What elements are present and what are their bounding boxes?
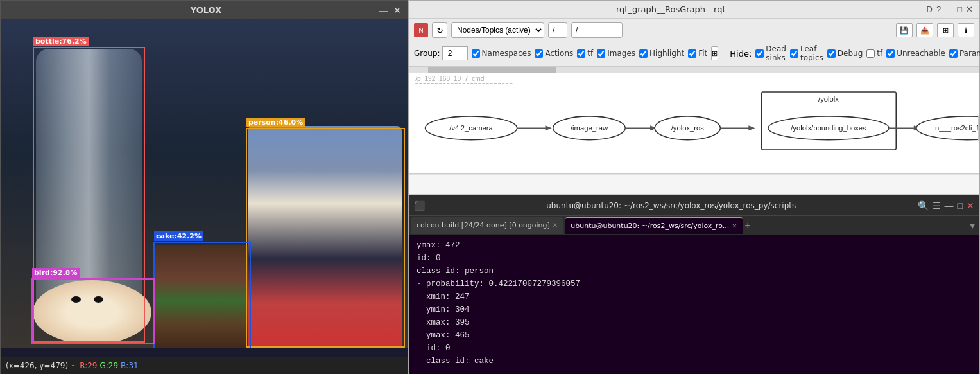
yolox-close-btn[interactable]: ✕ xyxy=(393,5,401,15)
svg-text:/v4l2_camera: /v4l2_camera xyxy=(449,124,493,132)
svg-marker-19 xyxy=(914,125,920,130)
svg-text:/yololx/bounding_boxes: /yololx/bounding_boxes xyxy=(791,124,866,132)
terminal-content: ymax: 472 id: 0 class_id: person - proba… xyxy=(409,235,979,373)
svg-text:/image_raw: /image_raw xyxy=(571,124,608,132)
rqt-title: rqt_graph__RosGraph - rqt xyxy=(415,4,927,14)
terminal-min-btn[interactable]: — xyxy=(945,200,954,211)
debug-checkbox[interactable] xyxy=(827,49,836,58)
yolox-minimize-btn[interactable]: — xyxy=(379,5,388,15)
screenshot-btn[interactable]: ⊞ xyxy=(937,23,954,37)
terminal-restore-btn[interactable]: □ xyxy=(958,200,963,211)
namespaces-checkbox[interactable] xyxy=(472,49,480,58)
images-checkbox-label[interactable]: Images xyxy=(597,49,635,58)
svg-text:/yolox_ros: /yolox_ros xyxy=(671,124,705,132)
actions-checkbox[interactable] xyxy=(535,49,543,58)
images-checkbox[interactable] xyxy=(597,49,605,58)
svg-text:n___ros2cli_128885: n___ros2cli_128885 xyxy=(935,124,979,132)
b-value: 31 xyxy=(128,361,138,370)
hide-label: Hide: xyxy=(730,49,752,58)
leaf-topics-label[interactable]: Leaf topics xyxy=(790,44,823,62)
terminal-dropdown-btn[interactable]: ▼ xyxy=(968,220,977,231)
group-spinner[interactable] xyxy=(442,46,468,60)
terminal-menu-btn[interactable]: ☰ xyxy=(933,200,941,211)
dead-sinks-checkbox[interactable] xyxy=(755,49,764,58)
info-btn[interactable]: ℹ xyxy=(958,23,974,37)
terminal-search-btn[interactable]: 🔍 xyxy=(918,200,929,211)
terminal-tab-build-close[interactable]: ✕ xyxy=(553,222,558,229)
bbox-cake: cake:42.2% xyxy=(153,242,251,348)
unreachable-checkbox[interactable] xyxy=(886,49,895,58)
terminal-close-btn[interactable]: ✕ xyxy=(967,200,974,211)
canvas-scrollbar-thumb[interactable] xyxy=(428,67,556,73)
rqt-titlebar: rqt_graph__RosGraph - rqt D ? — □ ✕ xyxy=(409,1,979,19)
terminal-tab-build[interactable]: colcon build [24/24 done] [0 ongoing] ✕ xyxy=(411,217,563,234)
rqt-close-btn[interactable]: ✕ xyxy=(966,4,973,14)
fit-checkbox[interactable] xyxy=(688,49,696,58)
yolox-window: YOLOX — ✕ bottle:76.2% pe xyxy=(0,0,408,374)
actions-checkbox-label[interactable]: Actions xyxy=(535,49,573,58)
namespaces-checkbox-label[interactable]: Namespaces xyxy=(472,49,531,58)
node-graph-panel: N ↻ Nodes/Topics (active) 💾 📤 ⊞ ℹ Group: xyxy=(409,19,979,195)
rqt-min-btn[interactable]: — xyxy=(945,4,953,14)
highlight-checkbox[interactable] xyxy=(639,49,648,58)
svg-point-16 xyxy=(768,116,889,140)
svg-point-20 xyxy=(916,116,979,140)
fit-checkbox-label[interactable]: Fit xyxy=(688,49,707,58)
tf-hide-label[interactable]: tf xyxy=(866,49,882,58)
rqt-restore-btn[interactable]: □ xyxy=(957,4,962,14)
export-btn[interactable]: 📤 xyxy=(916,23,933,37)
rqt-d-btn[interactable]: D xyxy=(927,4,933,14)
bbox-bottle-label: bottle:76.2% xyxy=(33,37,89,46)
term-line-4: - probability: 0.42217007279396057 xyxy=(417,278,972,290)
terminal-panel: ⬛ ubuntu@ubuntu20: ~/ros2_ws/src/yolox_r… xyxy=(409,195,979,374)
save-btn[interactable]: 💾 xyxy=(896,23,913,37)
terminal-add-tab-btn[interactable]: + xyxy=(745,220,751,231)
svg-point-10 xyxy=(655,116,720,140)
fit-icon-btn[interactable]: ⊞ xyxy=(711,46,718,60)
leaf-topics-checkbox[interactable] xyxy=(790,49,798,58)
term-line-11: -- xyxy=(417,368,972,373)
node-graph-canvas[interactable]: /p_192_168_10_7_cmd /v4l2_camera /image_… xyxy=(409,67,979,173)
params-checkbox[interactable] xyxy=(949,49,958,58)
svg-rect-14 xyxy=(762,92,896,150)
term-line-9: id: 0 xyxy=(417,342,972,355)
refresh-btn[interactable]: ↻ xyxy=(432,22,447,38)
rqt-window: rqt_graph__RosGraph - rqt D ? — □ ✕ N ↻ … xyxy=(408,0,980,374)
group-control: Group: xyxy=(414,46,468,60)
panel-resize-handle[interactable] xyxy=(409,173,979,175)
filter-input[interactable] xyxy=(571,22,623,38)
term-line-5: xmin: 247 xyxy=(417,290,972,303)
unreachable-label[interactable]: Unreachable xyxy=(886,49,945,58)
b-label: B: xyxy=(121,361,128,370)
bbox-bird-label: bird:92.8% xyxy=(32,268,80,278)
tf-checkbox[interactable] xyxy=(577,49,585,58)
svg-point-6 xyxy=(553,116,625,140)
terminal-tab-main[interactable]: ubuntu@ubuntu20: ~/ros2_ws/src/yolox_ro.… xyxy=(565,217,742,234)
debug-label[interactable]: Debug xyxy=(827,49,863,58)
terminal-title-text: ubuntu@ubuntu20: ~/ros2_ws/src/yolox_ros… xyxy=(429,201,914,210)
toolbar-row1: N ↻ Nodes/Topics (active) 💾 📤 ⊞ ℹ xyxy=(414,22,974,38)
bbox-cake-label: cake:42.2% xyxy=(154,231,203,241)
term-line-3: class_id: person xyxy=(417,265,972,278)
path-left-input[interactable] xyxy=(548,22,567,38)
bbox-person: person:46.0% xyxy=(246,128,405,348)
view-mode-dropdown[interactable]: Nodes/Topics (active) xyxy=(451,22,544,38)
terminal-tab-build-label: colcon build [24/24 done] [0 ongoing] xyxy=(417,221,550,229)
term-line-10: class_id: cake xyxy=(417,355,972,368)
canvas-scrollbar[interactable] xyxy=(409,67,979,73)
params-label[interactable]: Params xyxy=(949,49,980,58)
svg-point-2 xyxy=(426,116,517,140)
rqt-help-btn[interactable]: ? xyxy=(936,4,941,14)
svg-text:/p_192_168_10_7_cmd: /p_192_168_10_7_cmd xyxy=(415,75,485,82)
svg-text:/yololx: /yololx xyxy=(818,95,839,103)
terminal-icon: ⬛ xyxy=(414,200,425,211)
terminal-tab-main-close[interactable]: ✕ xyxy=(732,222,737,229)
term-line-1: ymax: 472 xyxy=(417,239,972,252)
yolox-titlebar: YOLOX — ✕ xyxy=(1,1,408,20)
dead-sinks-label[interactable]: Dead sinks xyxy=(755,44,786,62)
camera-image: bottle:76.2% person:46.0% cake:42.2% bir… xyxy=(1,20,409,348)
tf-checkbox-label[interactable]: tf xyxy=(577,49,593,58)
tf-hide-checkbox[interactable] xyxy=(866,49,875,58)
highlight-checkbox-label[interactable]: Highlight xyxy=(639,49,684,58)
term-line-6: ymin: 304 xyxy=(417,303,972,316)
